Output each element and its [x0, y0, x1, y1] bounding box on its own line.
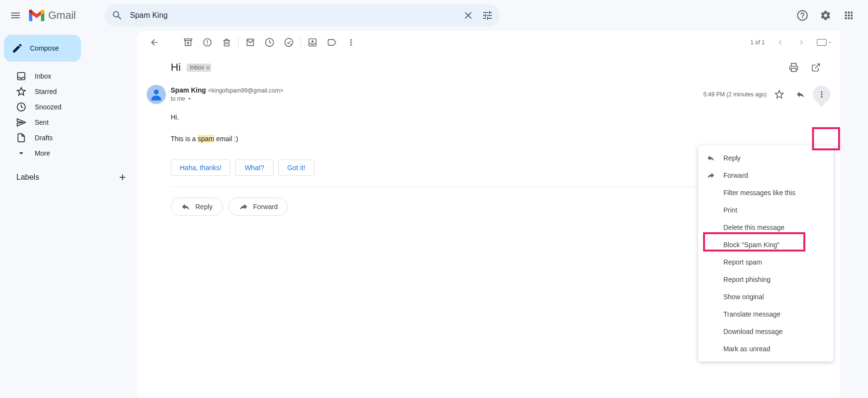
- menu-forward[interactable]: Forward: [698, 167, 833, 184]
- sender-info: Spam King <kingofspam99@gmail.com> to me: [171, 86, 704, 102]
- labels-button[interactable]: [322, 33, 341, 52]
- apps-button[interactable]: [839, 6, 858, 25]
- delete-button[interactable]: [217, 33, 236, 52]
- arrow-back-icon: [149, 38, 159, 47]
- send-icon: [16, 118, 26, 127]
- report-spam-icon: [203, 38, 212, 47]
- menu-download[interactable]: Download message: [698, 323, 833, 340]
- search-options-button[interactable]: [478, 6, 497, 25]
- pencil-icon: [12, 42, 23, 54]
- menu-report-phishing[interactable]: Report phishing: [698, 271, 833, 288]
- reply-icon-button[interactable]: [792, 86, 809, 103]
- subject-actions: [784, 58, 830, 77]
- hamburger-icon: [10, 10, 21, 21]
- help-icon: [797, 10, 808, 21]
- nav-label: Starred: [35, 88, 57, 95]
- add-task-icon: [284, 38, 294, 47]
- chevron-right-icon: [797, 38, 806, 47]
- nav-more[interactable]: More: [4, 146, 137, 161]
- move-to-button[interactable]: [303, 33, 322, 52]
- body: Compose Inbox Starred Snoozed Sent Draft…: [0, 31, 868, 398]
- print-icon: [789, 63, 799, 72]
- sender-meta: 5:49 PM (2 minutes ago): [704, 86, 830, 103]
- more-toolbar-button[interactable]: [341, 33, 361, 52]
- forward-button[interactable]: Forward: [229, 198, 288, 216]
- app-header: Gmail: [0, 0, 868, 31]
- sidebar: Compose Inbox Starred Snoozed Sent Draft…: [0, 31, 137, 398]
- add-to-tasks-button[interactable]: [279, 33, 298, 52]
- support-button[interactable]: [793, 6, 812, 25]
- move-to-inbox-icon: [308, 38, 317, 47]
- close-icon: ×: [206, 64, 210, 71]
- star-button[interactable]: [771, 86, 788, 103]
- menu-report-spam[interactable]: Report spam: [698, 253, 833, 271]
- gmail-logo-text: Gmail: [48, 9, 76, 22]
- nav-starred[interactable]: Starred: [4, 84, 137, 99]
- email-timestamp: 5:49 PM (2 minutes ago): [704, 91, 767, 98]
- nav-snoozed[interactable]: Snoozed: [4, 99, 137, 115]
- smart-reply-button[interactable]: Got it!: [278, 159, 314, 176]
- page-indicator: 1 of 1: [750, 39, 765, 46]
- mail-icon: [245, 38, 255, 47]
- archive-button[interactable]: [178, 33, 198, 52]
- email-subject: Hi: [171, 61, 181, 74]
- menu-delete[interactable]: Delete this message: [698, 219, 833, 236]
- search-input[interactable]: [127, 11, 459, 20]
- prev-page-button[interactable]: [771, 33, 790, 52]
- sender-name: Spam King: [171, 86, 206, 94]
- back-button[interactable]: [145, 33, 164, 52]
- clock-icon: [16, 102, 26, 112]
- menu-block-sender[interactable]: Block "Spam King": [698, 236, 833, 253]
- clock-icon: [265, 38, 274, 47]
- keyboard-icon: [817, 39, 827, 46]
- menu-reply[interactable]: Reply: [698, 149, 833, 167]
- compose-label: Compose: [30, 44, 59, 52]
- print-button[interactable]: [784, 58, 803, 77]
- more-options-button[interactable]: [813, 86, 830, 103]
- menu-filter[interactable]: Filter messages like this: [698, 184, 833, 201]
- nav-drafts[interactable]: Drafts: [4, 130, 137, 146]
- menu-mark-unread[interactable]: Mark as unread: [698, 340, 833, 358]
- menu-print[interactable]: Print: [698, 201, 833, 219]
- snooze-button[interactable]: [260, 33, 279, 52]
- gear-icon: [820, 10, 831, 21]
- gmail-logo[interactable]: Gmail: [29, 9, 76, 22]
- clear-search-button[interactable]: [459, 6, 478, 25]
- menu-show-original[interactable]: Show original: [698, 288, 833, 305]
- add-label-button[interactable]: [116, 171, 129, 184]
- star-icon: [16, 87, 26, 96]
- forward-icon: [239, 202, 248, 212]
- search-button[interactable]: [108, 6, 127, 25]
- report-spam-button[interactable]: [198, 33, 217, 52]
- email-body: Hi. This is a spam email :): [171, 112, 830, 144]
- next-page-button[interactable]: [792, 33, 811, 52]
- smart-reply-button[interactable]: Haha, thanks!: [171, 159, 231, 176]
- open-in-new-icon: [811, 63, 821, 72]
- nav-label: Sent: [35, 119, 49, 126]
- input-tools-button[interactable]: [817, 39, 832, 46]
- subject-row: Hi Inbox×: [171, 58, 830, 77]
- main-menu-button[interactable]: [4, 4, 27, 27]
- svg-point-1: [154, 90, 159, 94]
- mark-unread-button[interactable]: [241, 33, 260, 52]
- header-actions: [793, 6, 864, 25]
- compose-button[interactable]: Compose: [4, 35, 81, 62]
- main-content: 1 of 1 Hi Inbox×: [137, 31, 840, 398]
- apps-grid-icon: [843, 10, 854, 21]
- sender-avatar[interactable]: [147, 85, 166, 104]
- reply-button[interactable]: Reply: [171, 198, 223, 216]
- inbox-chip[interactable]: Inbox×: [187, 64, 211, 72]
- separator: [300, 38, 301, 47]
- person-icon: [149, 87, 163, 102]
- settings-button[interactable]: [816, 6, 835, 25]
- nav-inbox[interactable]: Inbox: [4, 68, 137, 84]
- open-new-window-button[interactable]: [806, 58, 826, 77]
- nav-label: Inbox: [35, 72, 51, 80]
- smart-reply-button[interactable]: What?: [235, 159, 273, 176]
- message-options-menu: Reply Forward Filter messages like this …: [698, 146, 833, 361]
- menu-translate[interactable]: Translate message: [698, 305, 833, 323]
- nav-sent[interactable]: Sent: [4, 115, 137, 130]
- recipient-toggle[interactable]: to me: [171, 95, 704, 102]
- toolbar: 1 of 1: [137, 31, 840, 54]
- trash-icon: [222, 38, 231, 47]
